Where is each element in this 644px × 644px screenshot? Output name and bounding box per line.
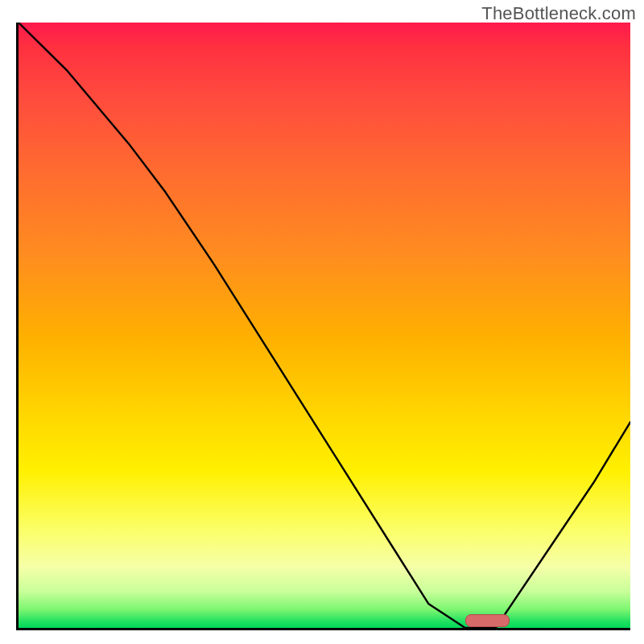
- optimal-marker: [465, 614, 510, 627]
- chart-container: TheBottleneck.com: [0, 0, 644, 644]
- curve-path: [19, 23, 630, 628]
- plot-area: [16, 23, 630, 630]
- watermark-text: TheBottleneck.com: [481, 3, 636, 24]
- bottleneck-curve: [19, 23, 630, 628]
